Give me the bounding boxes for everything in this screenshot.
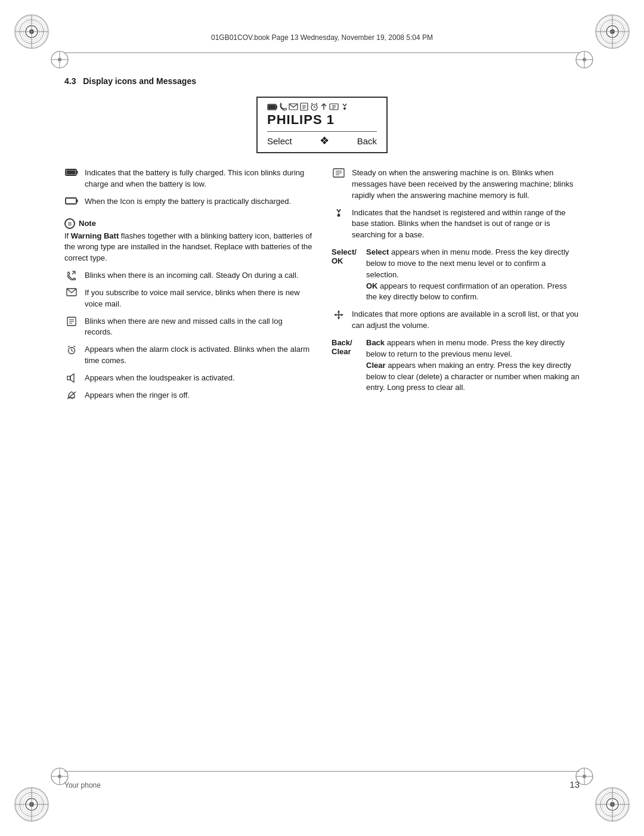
corner-decoration-tr bbox=[592, 11, 633, 52]
alarm-icon-cell bbox=[64, 344, 79, 354]
svg-line-67 bbox=[311, 103, 312, 104]
svg-marker-105 bbox=[338, 317, 340, 320]
battery-full-icon-cell bbox=[64, 168, 79, 177]
note-title: ≡ Note bbox=[64, 218, 312, 229]
call-log-icon bbox=[300, 103, 308, 111]
ringer-off-icon-cell bbox=[64, 390, 79, 400]
svg-rect-57 bbox=[268, 105, 275, 109]
speaker-icon bbox=[67, 373, 76, 383]
svg-line-90 bbox=[72, 351, 73, 352]
svg-marker-107 bbox=[341, 314, 343, 316]
alarm-icon bbox=[310, 103, 318, 111]
svg-point-74 bbox=[343, 107, 346, 110]
select-ok-row: Select/OK Select appears when in menu mo… bbox=[332, 247, 580, 303]
alarm-row: Appears when the alarm clock is activate… bbox=[64, 344, 312, 367]
back-clear-key: Back/Clear bbox=[332, 338, 361, 356]
header-text: 01GB01COV.book Page 13 Wednesday, Novemb… bbox=[0, 33, 644, 42]
speaker-row: Appears when the loudspeaker is activate… bbox=[64, 373, 312, 384]
svg-line-91 bbox=[68, 346, 70, 347]
alarm-clock-icon bbox=[67, 345, 76, 354]
select-ok-desc: Select appears when in menu mode. Press … bbox=[366, 247, 580, 303]
answering-machine-icon bbox=[329, 103, 339, 111]
svg-marker-104 bbox=[338, 310, 340, 312]
svg-line-82 bbox=[72, 271, 75, 274]
section-title: Display icons and Messages bbox=[83, 76, 196, 86]
svg-rect-93 bbox=[67, 376, 70, 380]
svg-point-100 bbox=[338, 213, 340, 216]
envelope-icon bbox=[289, 103, 298, 110]
answering-machine-desc-icon bbox=[333, 168, 345, 178]
phone-icons-row bbox=[267, 103, 377, 111]
call-log-desc: Blinks when there are new and missed cal… bbox=[85, 316, 312, 339]
phone-display: PHILIPS 1 Select ❖ Back bbox=[64, 97, 580, 153]
phone-text: PHILIPS 1 bbox=[267, 112, 377, 128]
call-log-list-icon bbox=[67, 317, 76, 326]
svg-line-66 bbox=[314, 107, 315, 108]
answering-machine-desc: Steady on when the answering machine is … bbox=[352, 168, 580, 202]
voicemail-icon-cell bbox=[64, 287, 79, 296]
footer-left: Your phone bbox=[64, 781, 101, 789]
note-box: ≡ Note If Warning Batt flashes together … bbox=[64, 218, 312, 265]
arrow-up-icon bbox=[320, 103, 327, 111]
incoming-call-desc: Blinks when there is an incoming call. S… bbox=[85, 270, 312, 281]
main-content: 4.3 Display icons and Messages bbox=[64, 60, 580, 772]
speaker-desc: Appears when the loudspeaker is activate… bbox=[85, 373, 312, 384]
handset-range-row: Indicates that the handset is registered… bbox=[332, 208, 580, 241]
svg-rect-77 bbox=[76, 171, 78, 174]
scroll-symbol: ❖ bbox=[320, 134, 329, 147]
handset-range-icon-cell bbox=[332, 208, 346, 218]
voicemail-row: If you subscribe to voice mail service, … bbox=[64, 287, 312, 310]
battery-empty-desc: When the Icon is empty the battery is pr… bbox=[85, 196, 312, 208]
call-log-row: Blinks when there are new and missed cal… bbox=[64, 316, 312, 339]
scroll-desc: Indicates that more options are availabl… bbox=[352, 309, 580, 332]
back-clear-row: Back/Clear Back appears when in menu mod… bbox=[332, 338, 580, 394]
select-ok-key: Select/OK bbox=[332, 247, 361, 265]
scroll-row: Indicates that more options are availabl… bbox=[332, 309, 580, 332]
corner-decoration-br bbox=[592, 784, 633, 825]
svg-rect-79 bbox=[76, 199, 78, 202]
incoming-call-icon-cell bbox=[64, 270, 79, 280]
ringer-off-desc: Appears when the ringer is off. bbox=[85, 390, 312, 401]
voicemail-icon bbox=[66, 288, 77, 296]
note-label: Note bbox=[79, 219, 96, 228]
note-circle-icon: ≡ bbox=[64, 218, 75, 229]
alarm-desc: Appears when the alarm clock is activate… bbox=[85, 344, 312, 367]
handset-range-icon bbox=[340, 103, 349, 111]
phone-bottom-row: Select ❖ Back bbox=[267, 131, 377, 147]
icons-descriptions-grid: Indicates that the battery is fully char… bbox=[64, 168, 580, 407]
phone-icon bbox=[280, 103, 287, 111]
ringer-off-row: Appears when the ringer is off. bbox=[64, 390, 312, 401]
section-heading: 4.3 Display icons and Messages bbox=[64, 76, 580, 86]
footer-right: 13 bbox=[569, 779, 580, 789]
scroll-desc-icon bbox=[333, 309, 344, 320]
svg-line-68 bbox=[316, 103, 317, 104]
right-column: Steady on when the answering machine is … bbox=[332, 168, 580, 407]
battery-empty-row: When the Icon is empty the battery is pr… bbox=[64, 196, 312, 208]
svg-marker-106 bbox=[334, 314, 336, 316]
note-content: If Warning Batt flashes together with a … bbox=[64, 231, 312, 265]
svg-rect-78 bbox=[66, 198, 76, 204]
battery-full-row: Indicates that the battery is fully char… bbox=[64, 168, 312, 190]
handset-range-desc-icon bbox=[334, 208, 343, 218]
scroll-icon-cell bbox=[332, 309, 346, 320]
battery-full-desc: Indicates that the battery is fully char… bbox=[85, 168, 312, 190]
back-clear-desc: Back appears when in menu mode. Press th… bbox=[366, 338, 580, 394]
select-label: Select bbox=[267, 136, 292, 146]
phone-screen: PHILIPS 1 Select ❖ Back bbox=[256, 97, 388, 153]
call-log-icon-cell bbox=[64, 316, 79, 326]
section-number: 4.3 bbox=[64, 76, 76, 86]
svg-line-92 bbox=[74, 346, 76, 347]
battery-empty-icon-cell bbox=[64, 196, 79, 205]
corner-decoration-tl bbox=[11, 11, 52, 52]
battery-full-desc-icon bbox=[65, 168, 78, 177]
back-label: Back bbox=[357, 136, 377, 146]
incoming-call-row: Blinks when there is an incoming call. S… bbox=[64, 270, 312, 281]
svg-rect-58 bbox=[276, 106, 277, 109]
handset-range-desc: Indicates that the handset is registered… bbox=[352, 208, 580, 241]
svg-rect-76 bbox=[67, 171, 76, 175]
answering-machine-row: Steady on when the answering machine is … bbox=[332, 168, 580, 202]
corner-decoration-bl bbox=[11, 784, 52, 825]
answering-machine-icon-cell bbox=[332, 168, 346, 178]
top-rule bbox=[64, 52, 580, 53]
battery-empty-desc-icon bbox=[65, 197, 78, 205]
